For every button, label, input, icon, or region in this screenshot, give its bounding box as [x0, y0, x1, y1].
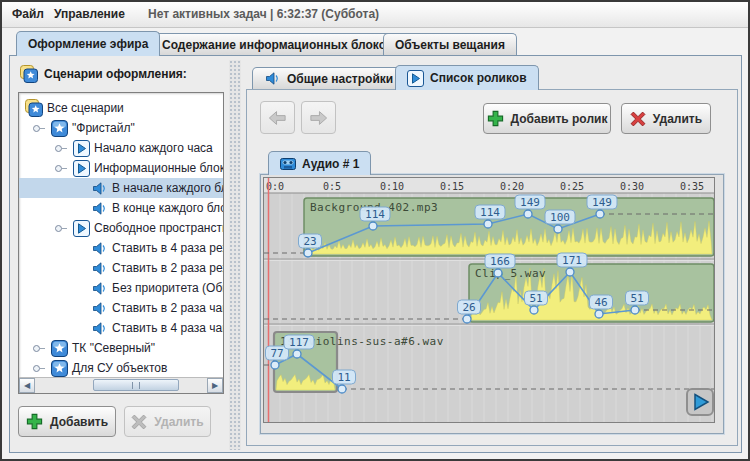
arrow-right-icon [308, 109, 329, 127]
delete-icon [131, 414, 147, 430]
play-icon [407, 70, 424, 87]
point-value: 166 [490, 255, 510, 268]
scroll-right-button[interactable]: ▶ [207, 378, 223, 393]
delete-clip-button[interactable]: Удалить [621, 103, 711, 134]
scrollbar-grip [132, 382, 140, 389]
move-left-button[interactable] [260, 101, 295, 134]
play-button[interactable] [687, 389, 713, 415]
add-clip-button[interactable]: Добавить ролик [483, 103, 611, 134]
tab-broadcast-objects[interactable]: Объекты вещания [383, 33, 517, 55]
tab-broadcast-design[interactable]: Оформление эфира [16, 31, 160, 56]
point-value: 114 [365, 208, 385, 221]
tree-expander-icon[interactable] [55, 145, 69, 152]
point-value: 46 [594, 296, 607, 309]
app-window: Файл Управление Нет активных задач | 6:3… [0, 0, 750, 461]
point-handle[interactable] [494, 269, 502, 277]
tree-item-label: Ставить в 4 раза чащ [112, 321, 224, 335]
point-handle[interactable] [596, 210, 604, 218]
scenario-tree: Все сценарии"Фристайл"Начало каждого час… [18, 92, 224, 394]
point-handle[interactable] [338, 385, 346, 393]
tree-expander-icon[interactable] [33, 365, 47, 372]
point-value: 51 [529, 292, 542, 305]
point-handle[interactable] [554, 225, 562, 233]
speaker-icon [91, 320, 108, 337]
scenarios-icon [25, 99, 43, 117]
point-handle[interactable] [369, 222, 377, 230]
status-text: Нет активных задач | 6:32:37 (Суббота) [148, 7, 379, 21]
speaker-icon [91, 300, 108, 317]
tree-item[interactable]: Информационные блоки [19, 158, 223, 178]
scroll-left-button[interactable]: ◀ [19, 378, 35, 393]
point-handle[interactable] [484, 220, 492, 228]
tree-item[interactable]: Ставить в 4 раза чащ [19, 318, 223, 338]
plus-icon [26, 413, 43, 430]
tree-item[interactable]: Для СУ объектов [19, 358, 223, 378]
star-icon [51, 340, 68, 357]
tree-item[interactable]: Все сценарии [19, 98, 223, 118]
add-scenario-label: Добавить [50, 415, 108, 429]
tree-expander-icon[interactable] [33, 345, 47, 352]
tree-item[interactable]: Без приоритета (Обы [19, 278, 223, 298]
tree-item-label: Начало каждого часа [94, 141, 213, 155]
scrollbar-track[interactable] [35, 378, 207, 393]
point-handle[interactable] [271, 361, 279, 369]
tree-item-label: Свободное пространств [94, 221, 224, 235]
point-handle[interactable] [524, 210, 532, 218]
panel-splitter[interactable] [229, 60, 241, 450]
tree-item[interactable]: Свободное пространств [19, 218, 223, 238]
tree-item[interactable]: Начало каждого часа [19, 138, 223, 158]
tab-general-settings-label: Общие настройки [287, 72, 393, 86]
ruler-label: 0:20 [500, 181, 524, 192]
ruler-label: 0:35 [680, 181, 704, 192]
tree-item[interactable]: ТК "Северный" [19, 338, 223, 358]
delete-scenario-button[interactable]: Удалить [124, 406, 211, 437]
speaker-icon [91, 280, 108, 297]
tree-horizontal-scrollbar[interactable]: ◀ ▶ [19, 377, 223, 393]
tree-item[interactable]: В конце каждого бло [19, 198, 223, 218]
tree-expander-icon[interactable] [55, 165, 69, 172]
menu-management[interactable]: Управление [54, 7, 125, 21]
tree-item[interactable]: Ставить в 2 раза чащ [19, 298, 223, 318]
tab-info-blocks-content[interactable]: Содержание информационных блоков [150, 33, 405, 55]
point-handle[interactable] [631, 306, 639, 314]
tree-item-label: ТК "Северный" [72, 341, 155, 355]
play-icon [73, 220, 90, 237]
tab-clip-list[interactable]: Список роликов [395, 65, 539, 90]
plus-icon [487, 110, 504, 127]
delete-icon [630, 111, 646, 127]
move-right-button[interactable] [301, 101, 336, 134]
audio-timeline[interactable]: 0:00:50:100:150:200:250:300:35Background… [263, 177, 715, 423]
tab-general-settings[interactable]: Общие настройки [252, 67, 405, 89]
tree-expander-icon[interactable] [33, 125, 47, 132]
point-handle[interactable] [530, 306, 538, 314]
tree-expander-icon[interactable] [55, 225, 69, 232]
tree-item[interactable]: В начале каждого бл [19, 178, 223, 198]
play-icon [73, 160, 90, 177]
tree-item[interactable]: "Фристайл" [19, 118, 223, 138]
point-handle[interactable] [566, 268, 574, 276]
cassette-icon [280, 156, 296, 172]
speaker-icon [91, 200, 108, 217]
add-scenario-button[interactable]: Добавить [18, 406, 116, 437]
tree-item-label: Все сценарии [47, 101, 124, 115]
scrollbar-thumb[interactable] [93, 379, 179, 391]
tree-item-label: Для СУ объектов [72, 361, 167, 375]
point-handle[interactable] [595, 310, 603, 318]
star-icon [51, 360, 68, 377]
speaker-icon [264, 70, 281, 87]
add-clip-label: Добавить ролик [511, 112, 608, 126]
point-handle[interactable] [304, 249, 312, 257]
point-value: 149 [520, 196, 540, 209]
menu-bar: Файл Управление Нет активных задач | 6:3… [2, 2, 748, 28]
menu-file[interactable]: Файл [12, 7, 44, 21]
point-value: 77 [270, 347, 283, 360]
ruler-label: 0:15 [440, 181, 464, 192]
tab-audio-1[interactable]: Аудио # 1 [268, 151, 371, 175]
audio-clip[interactable]: Background_402.mp323114114149100149 [264, 195, 715, 257]
point-handle[interactable] [293, 350, 301, 358]
tab-audio-1-label: Аудио # 1 [302, 157, 359, 171]
tree-item[interactable]: Ставить в 4 раза реж [19, 238, 223, 258]
point-value: 114 [480, 206, 500, 219]
point-handle[interactable] [463, 315, 471, 323]
tree-item[interactable]: Ставить в 2 раза реж [19, 258, 223, 278]
